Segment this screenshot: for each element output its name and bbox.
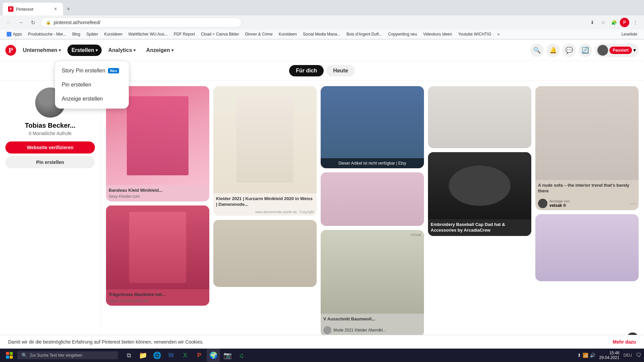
downloads-button[interactable]: ⬇ — [588, 18, 597, 27]
taskbar-powerpoint[interactable]: P — [193, 349, 206, 361]
bookmark-copywriting[interactable]: Copywriting neu — [385, 31, 420, 38]
tab-close-button[interactable]: × — [53, 5, 58, 13]
svg-rect-1 — [10, 352, 13, 355]
bookmark-label: Bois d'Argent Duft... — [346, 32, 382, 37]
chrome-icon: 🌍 — [209, 351, 218, 359]
new-tab-button[interactable]: + — [64, 4, 73, 14]
bookmark-leseliste[interactable]: Leseliste — [619, 31, 640, 38]
bookmark-videokurs[interactable]: Videokurs Ideen — [420, 31, 455, 38]
pin-image — [213, 220, 317, 287]
updates-button[interactable]: 🔄 — [579, 44, 592, 57]
pin-card[interactable]: Embroidery Baseball Cap Dad hat & Access… — [428, 152, 531, 236]
unternehmen-nav-button[interactable]: Unternehmen ▾ — [19, 45, 65, 56]
network-icon[interactable]: 📶 — [583, 353, 588, 358]
dropdown-item-pin-erstellen[interactable]: Pin erstellen — [55, 78, 129, 92]
pin-card[interactable] — [428, 86, 531, 148]
volume-icon[interactable]: 🔊 — [590, 353, 595, 358]
pin-title: Bandeau Kleid Minikleid... — [109, 188, 207, 193]
browser-menu-button[interactable]: ⋮ — [631, 18, 640, 27]
taskbar-excel[interactable]: X — [178, 349, 192, 361]
pin-card[interactable] — [535, 214, 639, 281]
tab-fur-dich[interactable]: Für dich — [289, 65, 324, 76]
word-icon: W — [168, 352, 174, 359]
bookmark-pdf[interactable]: PDF Report — [171, 31, 198, 38]
bookmark-bois[interactable]: Bois d'Argent Duft... — [344, 31, 385, 38]
taskbar-search-icon: 🔍 — [21, 353, 27, 358]
analytics-chevron-icon: ▾ — [133, 48, 136, 53]
secure-lock-icon: 🔒 — [46, 20, 51, 25]
pinterest-header: P Unternehmen ▾ Erstellen ▾ Analytics ▾ … — [0, 40, 644, 61]
anzeigen-nav-button[interactable]: Anzeigen ▾ — [142, 45, 177, 56]
bookmark-wahlfacher[interactable]: Wahlfächer WU Aus... — [126, 31, 170, 38]
bookmark-dinner[interactable]: Dinner & Crime — [243, 31, 275, 38]
pin-info: Kleider 2021 | Kurzarm Minikleid 2020 in… — [213, 193, 317, 210]
taskbar-app8[interactable]: 📷 — [221, 349, 234, 361]
taskbar-task-view[interactable]: ⧉ — [122, 349, 136, 361]
erstellen-nav-button[interactable]: Erstellen ▾ — [67, 45, 102, 56]
pin-card[interactable] — [321, 172, 424, 226]
bookmark-kursideen2[interactable]: Kursideen — [276, 31, 300, 38]
bookmark-blog[interactable]: Blog — [69, 31, 83, 38]
pin-card[interactable]: Trägerloses Maxikleid mit... damenmode-q… — [106, 205, 209, 306]
bookmark-youtube[interactable]: Youtube WICHTIG — [455, 31, 494, 38]
pin-card[interactable]: Kleider 2021 | Kurzarm Minikleid 2020 in… — [213, 86, 317, 216]
bookmark-social[interactable]: Social Media Mana... — [300, 31, 343, 38]
taskbar-chrome[interactable]: 🌍 — [207, 349, 220, 361]
analytics-nav-button[interactable]: Analytics ▾ — [104, 45, 140, 56]
url-input[interactable]: 🔒 pinterest.at/homefeed/ — [40, 17, 241, 27]
pin-card[interactable] — [213, 220, 317, 287]
pin-card[interactable]: A nude sofa – the interior trend that's … — [535, 86, 639, 210]
cookie-text: Damit wir dir die bestmögliche Erfahrung… — [8, 339, 204, 345]
taskbar-spotify[interactable]: ♫ — [235, 349, 248, 361]
svg-rect-2 — [6, 356, 9, 359]
taskbar-search-placeholder: Zur Suche Text hier eingeben — [30, 353, 83, 358]
reload-button[interactable]: ↻ — [28, 18, 38, 27]
pinterest-logo-icon: P — [5, 45, 16, 56]
taskbar-file-explorer[interactable]: 📁 — [136, 349, 150, 361]
back-button[interactable]: ← — [4, 18, 13, 27]
profile-button[interactable]: P — [620, 18, 629, 27]
pinterest-app: P Unternehmen ▾ Erstellen ▾ Analytics ▾ … — [0, 40, 644, 361]
url-text: pinterest.at/homefeed/ — [54, 20, 100, 25]
taskbar-search-box[interactable]: 🔍 Zur Suche Text hier eingeben — [17, 351, 118, 359]
profile-button[interactable]: Pausiert ▾ — [595, 44, 639, 57]
tab-heute[interactable]: Heute — [326, 65, 355, 76]
tray-icon-1[interactable]: ⬆ — [577, 353, 581, 358]
windows-logo-icon — [6, 352, 13, 359]
pin-source: damenmode-quelle.de — [109, 298, 207, 303]
new-badge: Neu — [108, 68, 119, 73]
bookmark-label: » — [497, 32, 500, 37]
anzeigen-chevron-icon: ▾ — [171, 48, 173, 53]
taskbar-edge[interactable]: 🌐 — [150, 349, 164, 361]
ad-options-button[interactable]: ⋯ — [630, 200, 636, 207]
messages-button[interactable]: 💬 — [562, 44, 576, 57]
pin-author: Mode 2021 Kleider Abendkl... — [333, 328, 386, 333]
erstellen-chevron-icon: ▾ — [96, 48, 98, 53]
forward-button[interactable]: → — [16, 18, 25, 27]
taskbar-word[interactable]: W — [164, 349, 178, 361]
browser-tab-pinterest[interactable]: P Pinterest × — [3, 3, 63, 15]
taskbar-clock[interactable]: 15:46 29.04.2021 — [599, 351, 620, 360]
create-pin-sidebar-button[interactable]: Pin erstellen — [5, 156, 95, 168]
dropdown-item-story-pin[interactable]: Story Pin erstellen Neu — [55, 64, 129, 78]
dropdown-item-anzeige-erstellen[interactable]: Anzeige erstellen — [55, 92, 129, 106]
pin-card[interactable]: vetsak V Ausschnitt Baumwoll... Mode 202… — [321, 230, 424, 337]
verify-website-button[interactable]: Webseite verifizieren — [5, 141, 95, 154]
bookmark-star-button[interactable]: ☆ — [598, 18, 608, 27]
bookmark-cload[interactable]: Cload + Canva Bilder — [198, 31, 242, 38]
app8-icon: 📷 — [223, 351, 232, 359]
bookmark-more[interactable]: » — [495, 31, 502, 38]
notifications-taskbar-icon[interactable]: 🗨 — [636, 352, 641, 358]
search-button[interactable]: 🔍 — [530, 44, 544, 57]
bookmark-produktsuche[interactable]: Produktsuche - Mer... — [25, 31, 69, 38]
bookmark-spater[interactable]: Später — [84, 31, 101, 38]
pin-image: vetsak — [321, 230, 424, 314]
bookmark-apps[interactable]: Apps — [4, 31, 24, 38]
extensions-button[interactable]: 🧩 — [609, 18, 619, 27]
pinterest-logo[interactable]: P — [5, 45, 16, 56]
notifications-button[interactable]: 🔔 — [546, 44, 560, 57]
start-button[interactable] — [3, 350, 16, 361]
pin-card[interactable]: Dieser Artikel ist nicht verfügbar | Ets… — [321, 86, 424, 168]
bookmark-kursideen1[interactable]: Kursideen — [102, 31, 125, 38]
cookie-more-link[interactable]: Mehr dazu — [613, 339, 636, 345]
